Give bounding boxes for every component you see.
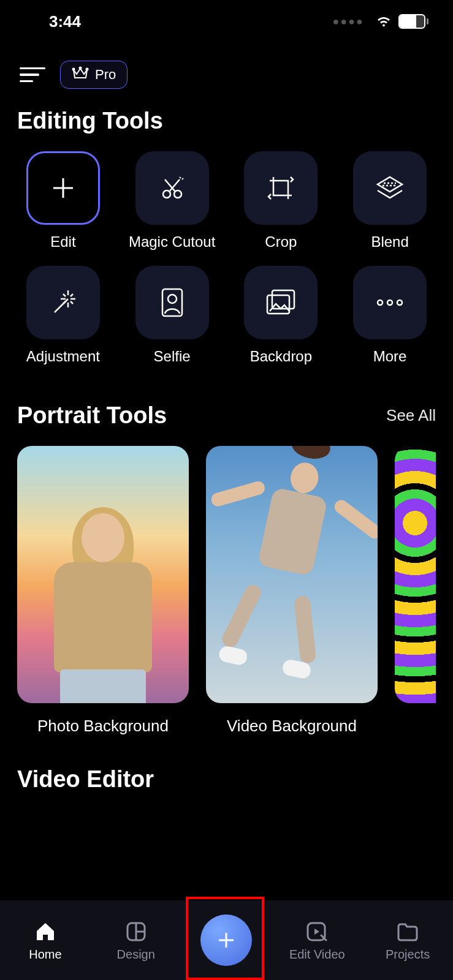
- tool-selfie[interactable]: Selfie: [126, 266, 218, 366]
- tool-label: More: [373, 348, 407, 366]
- nav-design[interactable]: Design: [117, 919, 155, 962]
- tool-label: Crop: [265, 233, 297, 251]
- see-all-link[interactable]: See All: [386, 406, 436, 425]
- nav-label: Design: [117, 948, 155, 962]
- svg-point-0: [73, 69, 75, 70]
- portrait-tools-header: Portrait Tools See All: [17, 402, 436, 429]
- tool-adjustment[interactable]: Adjustment: [17, 266, 109, 366]
- tool-label: Selfie: [154, 348, 191, 366]
- card-video-background[interactable]: Video Background: [206, 446, 378, 736]
- card-label: Photo Background: [37, 717, 169, 736]
- battery-icon: 68: [398, 14, 428, 29]
- tool-blend[interactable]: Blend: [344, 151, 436, 251]
- card-image: [395, 446, 436, 703]
- status-dots: ●●●●: [333, 15, 365, 28]
- svg-line-16: [63, 294, 66, 296]
- top-bar: Pro: [0, 43, 453, 96]
- svg-point-2: [86, 69, 88, 70]
- svg-point-1: [80, 67, 82, 69]
- svg-point-25: [387, 300, 392, 305]
- editing-tools-header: Editing Tools: [17, 108, 436, 134]
- nav-projects[interactable]: Projects: [386, 919, 430, 962]
- tool-more[interactable]: More: [344, 266, 436, 366]
- editing-tools-grid: Edit Magic Cutout: [17, 151, 436, 366]
- tool-label: Magic Cutout: [129, 233, 215, 251]
- nav-edit-video[interactable]: Edit Video: [289, 919, 345, 962]
- status-right: ●●●● 68: [333, 11, 429, 32]
- folder-icon: [395, 919, 420, 944]
- svg-point-24: [378, 300, 383, 305]
- card-photo-background[interactable]: Photo Background: [17, 446, 189, 736]
- tool-label: Adjustment: [26, 348, 100, 366]
- menu-button[interactable]: [17, 60, 47, 89]
- wand-icon: [26, 266, 100, 339]
- card-label: Video Background: [227, 717, 357, 736]
- status-bar: 3:44 ●●●● 68: [0, 0, 453, 43]
- bottom-nav: Home Design Edit: [0, 900, 453, 980]
- image-stack-icon: [244, 266, 318, 339]
- plus-icon: [26, 151, 100, 225]
- more-icon: [353, 266, 427, 339]
- tool-backdrop[interactable]: Backdrop: [235, 266, 327, 366]
- tool-label: Edit: [50, 233, 75, 251]
- battery-level: 68: [400, 15, 424, 28]
- video-editor-title: Video Editor: [17, 766, 154, 793]
- wifi-icon: [375, 11, 392, 32]
- video-editor-header: Video Editor: [17, 766, 436, 793]
- nav-home[interactable]: Home: [29, 919, 61, 962]
- tool-label: Backdrop: [250, 348, 312, 366]
- crown-icon: [72, 66, 89, 83]
- nav-label: Edit Video: [289, 948, 345, 962]
- svg-point-26: [397, 300, 402, 305]
- portrait-icon: [135, 266, 209, 339]
- layers-icon: [353, 151, 427, 225]
- collage-icon: [124, 919, 148, 944]
- portrait-tools-scroll[interactable]: Photo Background Video Background: [17, 446, 436, 736]
- tool-crop[interactable]: Crop: [235, 151, 327, 251]
- nav-label: Projects: [386, 948, 430, 962]
- svg-line-18: [70, 294, 73, 296]
- plus-icon: [200, 914, 252, 966]
- tool-magic-cutout[interactable]: Magic Cutout: [126, 151, 218, 251]
- card-third[interactable]: [395, 446, 436, 736]
- svg-line-19: [63, 301, 66, 304]
- scissors-icon: [135, 151, 209, 225]
- tool-edit[interactable]: Edit: [17, 151, 109, 251]
- tool-label: Blend: [371, 233, 408, 251]
- editing-tools-title: Editing Tools: [17, 108, 163, 134]
- home-icon: [33, 919, 58, 944]
- nav-label: Home: [29, 948, 61, 962]
- card-image: [17, 446, 189, 703]
- crop-icon: [244, 151, 318, 225]
- nav-create[interactable]: [200, 914, 252, 966]
- svg-line-11: [55, 299, 68, 312]
- pro-badge[interactable]: Pro: [60, 61, 128, 89]
- pro-label: Pro: [95, 67, 116, 83]
- svg-point-21: [168, 295, 177, 303]
- status-time: 3:44: [49, 12, 81, 31]
- portrait-tools-title: Portrait Tools: [17, 402, 167, 429]
- video-edit-icon: [305, 919, 329, 944]
- card-image: [206, 446, 378, 703]
- svg-line-17: [70, 301, 73, 304]
